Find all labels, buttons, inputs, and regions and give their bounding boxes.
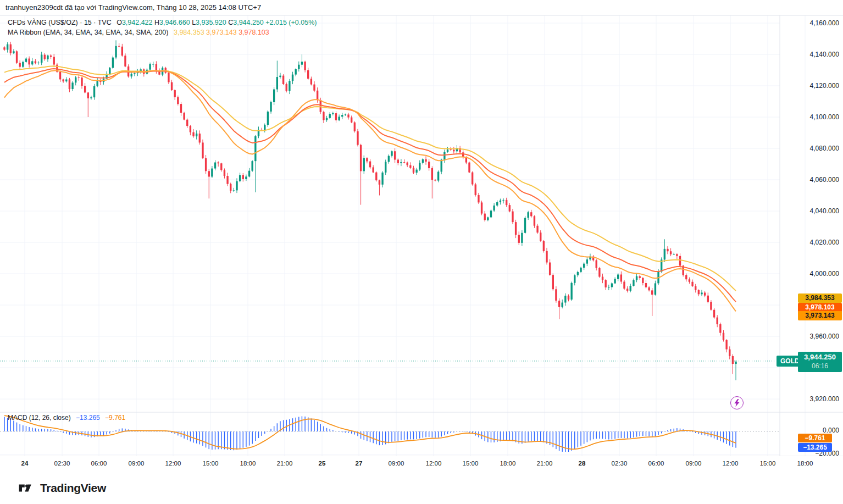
candle-body: [304, 62, 306, 70]
candle-body: [273, 90, 275, 102]
macd-histogram-bar: [32, 428, 32, 431]
candle-body: [217, 163, 219, 164]
candle-body: [326, 118, 328, 120]
macd-histogram-bar: [435, 431, 435, 438]
macd-legend[interactable]: MACD (12, 26, close) −13.265 −9.761: [8, 414, 125, 422]
time-axis[interactable]: 2402:3006:0009:0012:0015:0018:0021:00252…: [0, 456, 843, 472]
candle-body: [564, 296, 566, 303]
candle-body: [608, 287, 609, 288]
candle-body: [369, 162, 371, 168]
candle-body: [400, 162, 402, 163]
candle-body: [481, 202, 482, 213]
quick-trade-button[interactable]: [730, 396, 744, 409]
macd-histogram-bar: [401, 431, 401, 440]
symbol-title: CFDs VÀNG (US$/OZ) · 15 · TVC: [8, 19, 112, 26]
macd-histogram-bar: [429, 431, 429, 437]
chart-canvas[interactable]: [0, 0, 843, 504]
candle-body: [112, 58, 114, 68]
candle-body: [689, 279, 690, 282]
time-tick-label: 12:00: [165, 460, 181, 467]
candle-body: [375, 173, 377, 181]
macd-histogram-bar: [596, 431, 597, 439]
candle-body: [552, 275, 554, 289]
macd-title: MACD (12, 26, close): [8, 414, 71, 422]
candle-body: [37, 63, 39, 63]
macd-histogram-bar: [733, 431, 733, 447]
candle-body: [707, 296, 709, 302]
candle-body: [710, 302, 712, 310]
candle-body: [648, 287, 650, 291]
candle-body: [121, 47, 123, 56]
macd-histogram-bar: [35, 428, 36, 431]
candle-body: [413, 168, 414, 173]
macd-histogram-bar: [612, 431, 612, 439]
candle-body: [518, 235, 520, 243]
candle-body: [586, 259, 588, 264]
candle-body: [472, 173, 473, 185]
macd-histogram-bar: [122, 428, 123, 431]
macd-histogram-bar: [243, 431, 243, 448]
macd-histogram-bar: [106, 431, 107, 435]
candle-body: [276, 77, 278, 89]
candle-body: [403, 162, 405, 163]
macd-histogram-bar: [252, 431, 253, 444]
ohlc-value: 3,946.660: [159, 19, 192, 26]
candle-body: [320, 100, 321, 112]
ohlc-value: 3,935.920: [196, 19, 228, 26]
macd-histogram-bar: [199, 431, 200, 444]
candle-body: [534, 216, 535, 225]
candle-body: [443, 152, 445, 160]
candle-body: [611, 283, 613, 287]
macd-histogram-bar: [234, 431, 234, 450]
candle-body: [270, 102, 271, 112]
time-tick-label: 18:00: [240, 460, 256, 467]
candle-body: [134, 73, 135, 74]
candle-body: [453, 150, 454, 152]
candle-body: [577, 272, 579, 275]
macd-histogram-bar: [51, 429, 51, 431]
candle-body: [723, 333, 724, 340]
macd-histogram-bar: [178, 431, 178, 435]
macd-histogram-bar: [664, 431, 665, 432]
macd-histogram-bar: [16, 423, 17, 431]
candle-body: [158, 71, 160, 75]
macd-value: −13.265: [76, 414, 100, 422]
macd-histogram-bar: [658, 431, 658, 435]
candle-body: [462, 152, 464, 157]
candle-body: [391, 151, 392, 156]
macd-histogram-bar: [317, 422, 318, 431]
candle-body: [264, 125, 265, 130]
candle-body: [670, 251, 672, 254]
candle-body: [673, 254, 675, 254]
macd-histogram-bar: [4, 417, 4, 431]
time-tick-label: 09:00: [686, 460, 702, 467]
tradingview-logo[interactable]: TradingView: [19, 480, 106, 496]
macd-histogram-bar: [264, 431, 265, 434]
candle-body: [490, 211, 492, 217]
macd-histogram-bar: [553, 431, 553, 447]
time-tick-label: 27: [356, 460, 363, 467]
candle-body: [69, 79, 70, 89]
candle-body: [31, 61, 33, 64]
macd-histogram-bar: [466, 431, 467, 432]
candle-body: [558, 301, 560, 307]
symbol-legend[interactable]: CFDs VÀNG (US$/OZ) · 15 · TVC O3,942.422…: [8, 19, 317, 26]
candle-body: [44, 55, 46, 59]
macd-histogram-bar: [302, 416, 302, 431]
time-tick-label: 18:00: [500, 460, 516, 467]
macd-histogram-bar: [648, 431, 649, 436]
candle-body: [357, 131, 358, 145]
ma-ribbon-legend[interactable]: MA Ribbon (EMA, 34, EMA, 34, EMA, 34, SM…: [8, 29, 269, 36]
candle-body: [248, 171, 250, 177]
candle-body: [242, 175, 244, 179]
candle-body: [183, 113, 185, 119]
time-tick-label: 24: [21, 460, 29, 467]
time-tick-label: 25: [319, 460, 326, 467]
candle-body: [90, 97, 92, 98]
time-tick-label: 09:00: [389, 460, 404, 467]
candle-body: [506, 200, 507, 205]
candle-body: [719, 324, 721, 333]
macd-histogram-bar: [103, 431, 104, 435]
candle-body: [168, 73, 169, 82]
candle-body: [338, 117, 340, 120]
